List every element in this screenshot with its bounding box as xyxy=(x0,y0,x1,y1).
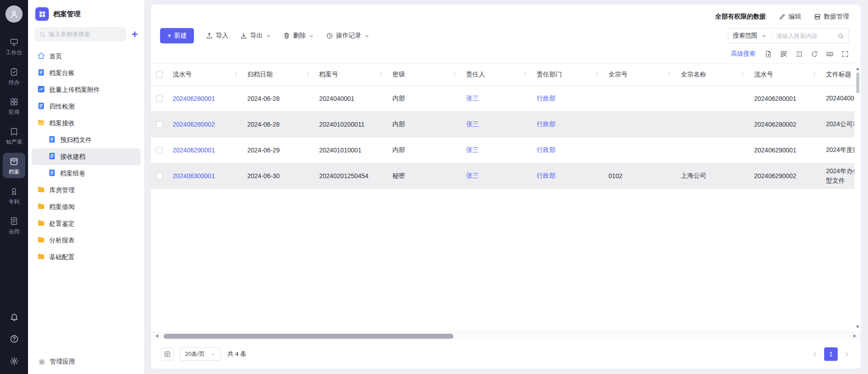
select-all-checkbox[interactable] xyxy=(156,71,163,78)
prev-page-icon[interactable] xyxy=(811,350,819,358)
folder-open-icon xyxy=(37,118,45,128)
sidebar-item-9[interactable]: 档案借阅 xyxy=(32,199,141,215)
sidebar-item-label: 基础配置 xyxy=(49,253,75,261)
column-settings-icon[interactable] xyxy=(795,50,803,58)
horizontal-scroll-thumb[interactable] xyxy=(164,334,453,339)
sidebar-item-7[interactable]: 档案组卷 xyxy=(32,165,141,182)
column-menu-icon[interactable] xyxy=(522,71,528,78)
dept-link[interactable]: 行政部 xyxy=(537,120,556,128)
delete-button[interactable]: 删除 xyxy=(283,32,314,40)
table-row: 2024062800012024-06-282024040001内部张三行政部2… xyxy=(151,85,861,111)
global-rail: 工作台待办应用知产库档案专利合同 xyxy=(0,0,28,374)
row-checkbox[interactable] xyxy=(156,95,163,102)
column-menu-icon[interactable] xyxy=(377,71,384,78)
next-page-icon[interactable] xyxy=(843,350,851,358)
pagination-right: 1 xyxy=(811,347,851,361)
operation-log-button[interactable]: 操作记录 xyxy=(326,32,370,40)
owner-link[interactable]: 张三 xyxy=(466,95,479,102)
data-manage-button[interactable]: 数据管理 xyxy=(814,13,849,21)
sidebar-item-1[interactable]: 档案台账 xyxy=(32,65,141,81)
cell-secret: 内部 xyxy=(387,85,461,111)
scroll-down-icon[interactable] xyxy=(856,326,859,330)
scroll-right-icon[interactable] xyxy=(854,334,858,338)
column-menu-icon[interactable] xyxy=(811,71,818,78)
vertical-scrollbar[interactable] xyxy=(854,64,861,332)
dept-link[interactable]: 行政部 xyxy=(537,146,556,153)
cell-serial2: 202406290002 xyxy=(749,163,821,189)
fullscreen-icon[interactable] xyxy=(841,50,849,58)
sidebar-item-3[interactable]: 四性检测 xyxy=(32,98,141,115)
column-menu-icon[interactable] xyxy=(739,71,746,78)
sidebar-item-5[interactable]: 预归档文件 xyxy=(32,132,141,148)
sidebar-item-12[interactable]: 基础配置 xyxy=(32,249,141,265)
search-scope-select[interactable]: 搜索范围 xyxy=(733,32,773,40)
rail-item-patent[interactable]: 专利 xyxy=(3,183,25,208)
sidebar-item-10[interactable]: 处置鉴定 xyxy=(32,215,141,232)
add-button[interactable]: + xyxy=(132,29,138,40)
column-menu-icon[interactable] xyxy=(594,71,600,78)
refresh-icon[interactable] xyxy=(811,50,818,58)
keyboard-icon[interactable] xyxy=(826,50,834,58)
search-icon[interactable] xyxy=(837,33,844,39)
sidebar-item-4[interactable]: 档案接收 xyxy=(32,115,141,132)
cell-serial: 202406290001 xyxy=(167,137,242,163)
serial-link[interactable]: 202406300001 xyxy=(173,172,215,180)
column-label: 责任人 xyxy=(466,71,485,79)
row-checkbox[interactable] xyxy=(156,173,163,180)
avatar[interactable] xyxy=(5,5,23,23)
bell-icon[interactable] xyxy=(9,312,19,322)
row-checkbox[interactable] xyxy=(156,147,163,154)
column-label: 流水号 xyxy=(173,71,192,79)
sidebar-item-11[interactable]: 分析报表 xyxy=(32,232,141,249)
horizontal-scrollbar[interactable] xyxy=(151,332,861,340)
page-number[interactable]: 1 xyxy=(824,347,838,361)
rail-item-ip-library[interactable]: 知产库 xyxy=(3,123,25,148)
sidebar-search-input[interactable]: 输入名称来搜索 xyxy=(34,27,126,42)
owner-link[interactable]: 张三 xyxy=(466,146,479,153)
scroll-left-icon[interactable] xyxy=(154,334,158,338)
help-icon[interactable] xyxy=(9,334,19,344)
sidebar-item-manage-apps[interactable]: 管理应用 xyxy=(28,350,144,374)
serial-link[interactable]: 202406280002 xyxy=(173,121,215,128)
advanced-search-link[interactable]: 高级搜索 xyxy=(731,50,755,58)
select-all-header xyxy=(151,64,167,85)
new-button[interactable]: + 新建 xyxy=(160,28,194,43)
sidebar-item-label: 接收建档 xyxy=(60,153,85,161)
sidebar-item-2[interactable]: 批量上传档案附件 xyxy=(32,81,141,98)
sidebar-item-0[interactable]: 首页 xyxy=(32,48,141,65)
rail-item-archive[interactable]: 档案 xyxy=(3,153,25,178)
column-menu-icon[interactable] xyxy=(451,71,458,78)
column-menu-icon[interactable] xyxy=(666,71,673,78)
page-size-select[interactable]: 20条/页 xyxy=(180,347,221,361)
dept-link[interactable]: 行政部 xyxy=(537,172,556,179)
rail-item-workbench[interactable]: 工作台 xyxy=(3,33,25,59)
scroll-up-icon[interactable] xyxy=(856,66,859,70)
column-menu-icon[interactable] xyxy=(232,71,239,78)
owner-link[interactable]: 张三 xyxy=(466,120,479,128)
rail-item-todo[interactable]: 待办 xyxy=(3,63,25,89)
cell-fonds_name xyxy=(675,85,749,111)
folder-icon xyxy=(37,236,45,245)
row-checkbox[interactable] xyxy=(156,121,163,128)
pencil-icon xyxy=(778,13,786,20)
upload-icon xyxy=(206,32,213,39)
sidebar-item-8[interactable]: 库房管理 xyxy=(32,182,141,199)
export-button[interactable]: 导出 xyxy=(240,32,271,40)
gear-icon[interactable] xyxy=(9,356,19,366)
qr-grid-icon[interactable] xyxy=(780,50,788,58)
rail-item-contract[interactable]: 合同 xyxy=(3,213,25,238)
column-menu-icon[interactable] xyxy=(304,71,311,78)
pagination-settings-button[interactable] xyxy=(161,348,174,360)
file-export-icon[interactable] xyxy=(764,50,772,58)
owner-link[interactable]: 张三 xyxy=(466,172,479,179)
column-header-8: 流水号 xyxy=(749,64,821,85)
import-button[interactable]: 导入 xyxy=(206,32,228,40)
search-input[interactable] xyxy=(773,33,837,39)
serial-link[interactable]: 202406280001 xyxy=(173,95,215,102)
dept-link[interactable]: 行政部 xyxy=(537,95,556,102)
sidebar-item-6[interactable]: 接收建档 xyxy=(32,148,141,165)
serial-link[interactable]: 202406290001 xyxy=(173,147,215,154)
vertical-scroll-thumb[interactable] xyxy=(856,72,859,93)
rail-item-apps[interactable]: 应用 xyxy=(3,93,25,118)
edit-button[interactable]: 编辑 xyxy=(778,13,801,21)
